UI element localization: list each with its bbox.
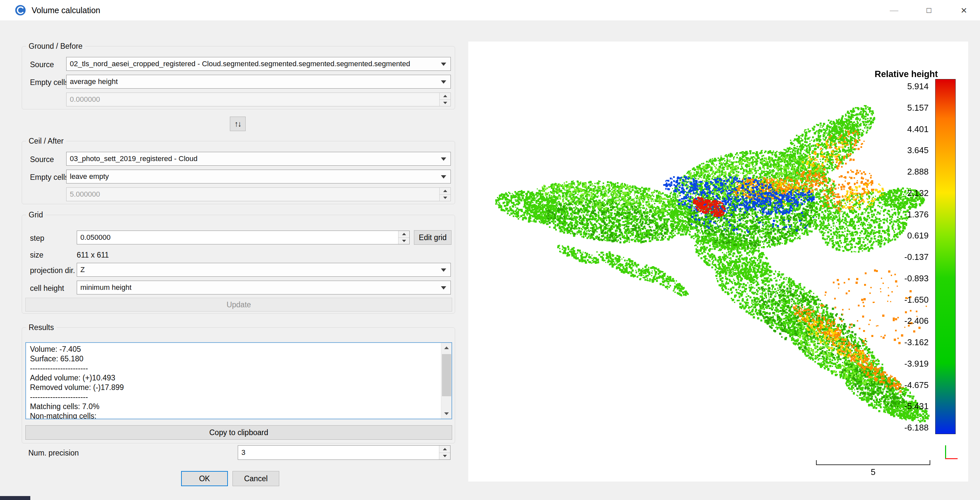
spin-down-button[interactable] [398, 237, 409, 244]
title-bar: Volume calculation — □ × [0, 0, 980, 21]
axis-y-green [945, 445, 946, 459]
num-precision-spinbox[interactable]: 3 [238, 445, 450, 460]
results-textarea[interactable]: Volume: -7.405 Surface: 65.180 ---------… [25, 342, 452, 419]
results-line: Surface: 65.180 [30, 354, 436, 364]
minimize-button[interactable]: — [880, 0, 908, 21]
triangle-up-icon [443, 190, 447, 192]
ceil-empty-cells-combo[interactable]: leave empty [66, 170, 451, 183]
spin-down-button[interactable] [440, 194, 450, 201]
ceil-default-height-value: 5.000000 [70, 190, 100, 199]
spinner-buttons [398, 231, 409, 244]
dropdown-arrow-icon [441, 268, 446, 272]
projection-dir-combo[interactable]: Z [77, 263, 451, 277]
maximize-button[interactable]: □ [915, 0, 943, 21]
triangle-down-icon [443, 197, 447, 199]
spin-up-button[interactable] [440, 188, 450, 194]
scrollbar-thumb[interactable] [442, 354, 451, 396]
dropdown-arrow-icon [441, 80, 446, 84]
colorbar-tick-labels: 5.914 5.157 4.401 3.645 2.888 2.132 1.37… [871, 81, 929, 433]
ceil-empty-cells-label: Empty cells [30, 173, 69, 182]
ceil-source-value: 03_photo_sett_2019_registered - Cloud [70, 154, 197, 163]
colorbar-tick-label: 5.914 [871, 81, 929, 91]
update-button[interactable]: Update [25, 298, 452, 312]
dropdown-arrow-icon [441, 175, 446, 178]
ceil-after-group-label: Ceil / After [26, 137, 66, 146]
grid-group: Grid step 0.050000 Edit grid size 611 x … [22, 215, 455, 314]
update-button-label: Update [227, 300, 251, 309]
colorbar-title: Relative height [857, 69, 956, 80]
colorbar-tick-label: -0.893 [871, 273, 929, 283]
ground-empty-cells-value: average height [70, 77, 118, 86]
spin-up-button[interactable] [398, 231, 409, 237]
colorbar-tick-label: -6.188 [871, 423, 929, 433]
spin-down-button[interactable] [440, 99, 450, 107]
grid-group-label: Grid [26, 210, 45, 219]
swap-clouds-button[interactable]: ↑↓ [230, 116, 246, 131]
colorbar-tick-label: 4.401 [871, 124, 929, 134]
scrollbar-up-button[interactable] [441, 343, 452, 353]
close-button[interactable]: × [950, 0, 978, 21]
projection-dir-label: projection dir. [30, 266, 75, 275]
edit-grid-button-label: Edit grid [419, 233, 447, 242]
grid-step-value: 0.050000 [80, 233, 111, 242]
colorbar-tick-label: -5.431 [871, 401, 929, 411]
spin-down-button[interactable] [439, 452, 450, 460]
axis-indicator-icon [945, 445, 958, 459]
ok-button-label: OK [199, 474, 210, 483]
grid-step-label: step [30, 234, 44, 243]
ceil-source-combo[interactable]: 03_photo_sett_2019_registered - Cloud [66, 152, 451, 166]
ground-empty-cells-combo[interactable]: average height [66, 75, 451, 89]
spin-up-button[interactable] [439, 446, 450, 452]
volume-calculation-window: Volume calculation — □ × Ground / Before… [0, 0, 980, 500]
triangle-up-icon [443, 448, 447, 450]
results-line: Volume: -7.405 [30, 344, 436, 354]
grid-size-label: size [30, 251, 43, 260]
dropdown-arrow-icon [441, 62, 446, 66]
colorbar-tick-label: 2.888 [871, 167, 929, 177]
colorbar-tick-label: -2.406 [871, 316, 929, 326]
cancel-button-label: Cancel [244, 474, 268, 483]
spinner-buttons [439, 446, 450, 460]
results-text: Volume: -7.405 Surface: 65.180 ---------… [30, 344, 436, 419]
results-line: Added volume: (+)10.493 [30, 373, 436, 383]
swap-arrows-icon: ↑↓ [234, 119, 241, 129]
colorbar-tick-label: -0.137 [871, 252, 929, 262]
results-group-label: Results [26, 323, 57, 332]
dropdown-arrow-icon [441, 158, 446, 161]
triangle-up-icon [402, 233, 406, 235]
colorbar-gradient [935, 79, 956, 434]
grid-step-spinbox[interactable]: 0.050000 [77, 231, 410, 244]
ground-default-height-spinbox[interactable]: 0.000000 [66, 92, 451, 107]
ceil-source-label: Source [30, 155, 54, 164]
colorbar-tick-label: -3.919 [871, 359, 929, 369]
scrollbar-down-button[interactable] [441, 409, 452, 419]
spin-up-button[interactable] [440, 93, 450, 99]
ground-before-group-label: Ground / Before [26, 42, 85, 51]
scale-bar [816, 460, 930, 465]
ground-source-label: Source [30, 60, 54, 69]
projection-dir-value: Z [80, 266, 84, 274]
spinner-buttons [439, 188, 450, 201]
results-line: ----------------------- [30, 392, 436, 402]
3d-viewport[interactable]: Relative height 5.914 5.157 4.401 3.645 … [468, 41, 968, 482]
dropdown-arrow-icon [441, 286, 446, 290]
ceil-default-height-spinbox[interactable]: 5.000000 [66, 188, 451, 201]
results-scrollbar[interactable] [441, 343, 452, 419]
edit-grid-button[interactable]: Edit grid [414, 230, 452, 245]
ceil-empty-cells-value: leave empty [70, 172, 109, 181]
results-line: ----------------------- [30, 364, 436, 373]
num-precision-value: 3 [241, 448, 245, 457]
cell-height-combo[interactable]: minimum height [77, 281, 451, 295]
scale-bar-label: 5 [816, 467, 930, 477]
ok-button[interactable]: OK [181, 471, 228, 486]
triangle-down-icon [443, 102, 447, 104]
ground-source-combo[interactable]: 02_tls_nord_aesei_cropped_registered - C… [66, 57, 451, 71]
window-title: Volume calculation [32, 0, 100, 21]
spinner-buttons [439, 93, 450, 106]
ground-empty-cells-label: Empty cells [30, 78, 69, 87]
copy-to-clipboard-button[interactable]: Copy to clipboard [25, 425, 452, 440]
cell-height-label: cell height [30, 284, 64, 293]
colorbar-tick-label: 2.132 [871, 188, 929, 198]
cancel-button[interactable]: Cancel [232, 471, 279, 486]
colorbar-tick-label: 1.376 [871, 210, 929, 219]
